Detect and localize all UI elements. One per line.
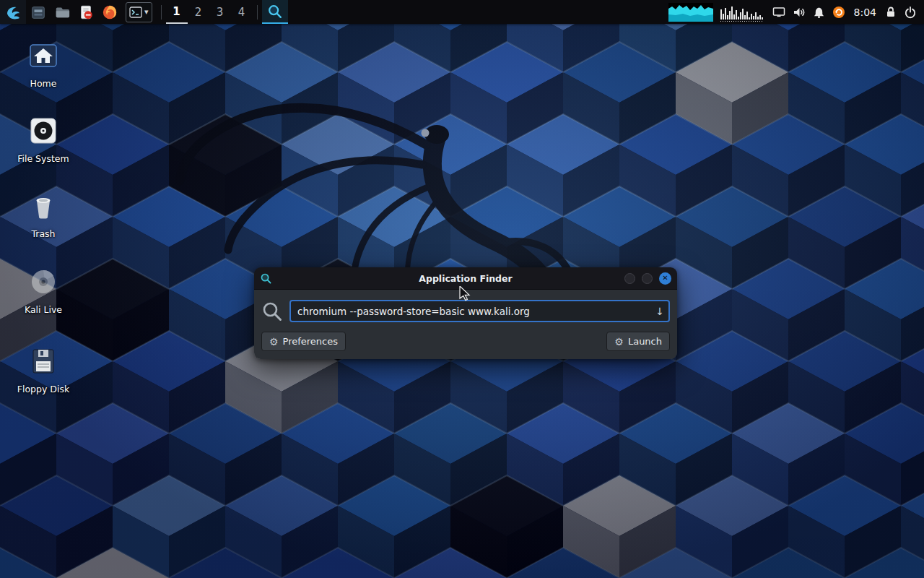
taskbar-application-finder[interactable] — [262, 0, 288, 24]
appfinder-body: ↓ ⚙ Preferences ⚙ Launch — [254, 290, 677, 359]
chevron-down-icon[interactable]: ▾ — [144, 8, 149, 16]
spectrum-monitor-widget[interactable] — [720, 1, 765, 23]
search-row: ↓ — [261, 300, 670, 322]
workspace-1[interactable]: 1 — [166, 0, 188, 24]
desktop-icon-label: Kali Live — [25, 304, 62, 315]
panel-separator — [161, 5, 162, 20]
cdrom-disc-icon — [27, 266, 59, 298]
panel-left-group: ▾ 1 2 3 4 — [0, 0, 288, 24]
logout-tray-icon[interactable] — [904, 6, 917, 19]
command-input[interactable] — [289, 300, 670, 322]
preferences-label: Preferences — [283, 336, 338, 347]
window-controls: ✕ — [624, 272, 671, 285]
folder-icon — [54, 4, 70, 20]
document-icon — [78, 4, 94, 20]
window-title: Application Finder — [254, 273, 677, 284]
launcher-folders[interactable] — [52, 2, 71, 22]
launcher-text-editor[interactable] — [76, 2, 95, 22]
top-panel: ▾ 1 2 3 4 — [0, 0, 924, 24]
display-tray-icon[interactable] — [772, 6, 785, 19]
cpu-graph-icon — [668, 3, 713, 22]
maximize-button[interactable] — [642, 273, 653, 284]
bell-icon — [813, 6, 825, 19]
floppy-disk-icon — [27, 345, 59, 377]
screen-lock-tray-icon[interactable] — [885, 6, 897, 18]
update-icon — [832, 6, 845, 19]
gear-icon: ⚙ — [269, 337, 279, 347]
search-icon — [261, 301, 283, 322]
spectrum-bars-icon — [720, 1, 765, 23]
home-folder-icon — [27, 40, 59, 72]
display-icon — [772, 6, 785, 19]
volume-tray-icon[interactable] — [793, 6, 806, 19]
panel-separator — [257, 5, 258, 20]
terminal-icon — [129, 7, 142, 18]
appfinder-window-icon — [260, 272, 272, 285]
launcher-firefox[interactable] — [100, 2, 119, 22]
desktop-icon-home[interactable]: Home — [9, 40, 78, 89]
close-icon: ✕ — [662, 275, 668, 282]
cpu-graph-widget[interactable] — [668, 3, 713, 22]
workspace-4[interactable]: 4 — [231, 0, 253, 24]
workspace-2[interactable]: 2 — [188, 0, 209, 24]
launch-button[interactable]: ⚙ Launch — [606, 332, 670, 351]
desktop-icon-label: Home — [30, 78, 57, 89]
notifications-tray-icon[interactable] — [813, 6, 825, 19]
kali-menu-icon — [5, 4, 21, 20]
updates-tray-icon[interactable] — [832, 6, 845, 19]
firefox-icon — [102, 4, 118, 20]
desktop-icon-trash[interactable]: Trash — [9, 190, 78, 239]
execute-icon: ⚙ — [614, 337, 624, 347]
command-entry-wrap: ↓ — [289, 300, 670, 322]
desktop-icon-label: Trash — [31, 228, 55, 239]
desktop-screen: Home File System Trash — [0, 0, 924, 578]
desktop-icon-label: File System — [17, 153, 69, 164]
power-icon — [904, 6, 917, 19]
launcher-file-manager[interactable] — [28, 2, 48, 22]
panel-right-group: 8:04 — [668, 0, 924, 24]
dialog-buttons: ⚙ Preferences ⚙ Launch — [261, 332, 670, 351]
desktop-icon-file-system[interactable]: File System — [9, 115, 78, 164]
file-system-disk-icon — [27, 115, 59, 147]
applications-menu-button[interactable] — [0, 0, 26, 24]
application-finder-window: Application Finder ✕ ↓ — [254, 267, 677, 359]
lock-icon — [885, 6, 897, 18]
window-titlebar[interactable]: Application Finder ✕ — [254, 267, 677, 290]
clock[interactable]: 8:04 — [853, 7, 878, 18]
trash-icon — [27, 190, 59, 222]
terminal-dropdown-launcher[interactable]: ▾ — [126, 2, 152, 22]
desktop-icon-floppy-disk[interactable]: Floppy Disk — [9, 345, 78, 394]
search-icon — [267, 4, 283, 20]
speaker-icon — [793, 6, 806, 19]
file-manager-icon — [30, 4, 46, 20]
desktop-icon-kali-live[interactable]: Kali Live — [9, 266, 78, 315]
launch-label: Launch — [628, 336, 662, 347]
desktop-icon-label: Floppy Disk — [17, 384, 69, 394]
dragon-eye — [422, 129, 430, 137]
close-button[interactable]: ✕ — [659, 272, 671, 285]
preferences-button[interactable]: ⚙ Preferences — [261, 332, 346, 351]
minimize-button[interactable] — [624, 273, 635, 284]
workspace-3[interactable]: 3 — [209, 0, 231, 24]
